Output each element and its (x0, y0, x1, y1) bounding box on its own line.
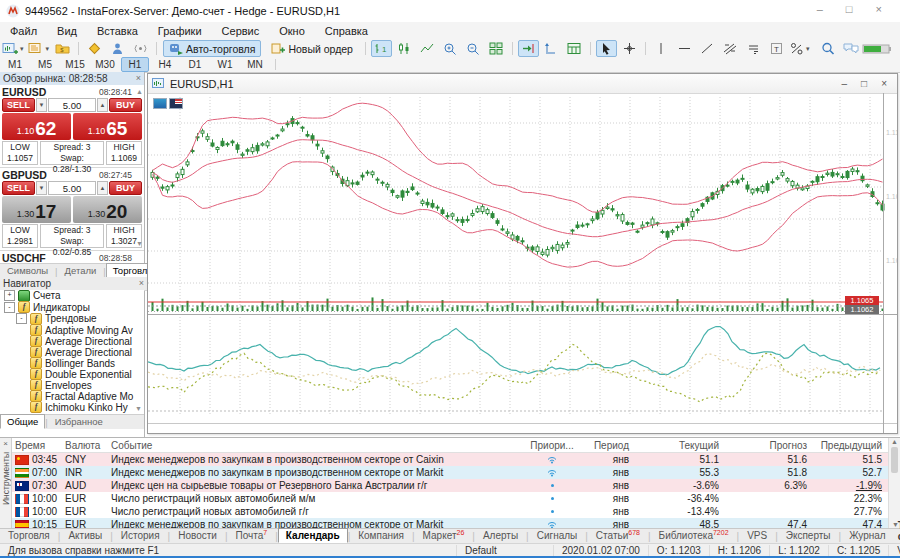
tree-leaf-Fractal-Adaptive-Mo[interactable]: fFractal Adaptive Mo (0, 391, 144, 402)
navigator-tab-Общие[interactable]: Общие (0, 414, 45, 429)
quotes-icon[interactable] (84, 40, 105, 57)
column-header-6[interactable]: Прогноз (722, 440, 810, 451)
depth-of-market-icon[interactable] (107, 40, 128, 57)
chart-minimize-icon[interactable]: – (842, 78, 848, 89)
calendar-row[interactable]: 10:00EURЧисло регистраций новых автомоби… (12, 492, 888, 505)
toolbox-tab-Журнал[interactable]: Журнал (841, 528, 894, 543)
strategy-tester-label[interactable]: Тестер стратегий (894, 519, 900, 543)
new-order-button[interactable]: Новый ордер (265, 40, 359, 57)
toolbox-tab-Активы[interactable]: Активы (60, 528, 110, 543)
bid-price-box[interactable]: 1.3017 (2, 196, 71, 223)
calendar-row[interactable]: 07:30AUDИндекс цен на сырьевые товары от… (12, 479, 888, 492)
bar-chart-mode-icon[interactable]: 1 (371, 40, 392, 57)
horizontal-line-tool-icon[interactable] (674, 40, 695, 57)
timeframe-M5[interactable]: M5 (31, 57, 59, 72)
toolbox-tab-Торговля[interactable]: Торговля (0, 528, 58, 543)
tree-node-Индикаторы[interactable]: -fИндикаторы (0, 302, 144, 314)
navigator-scroll-down-icon[interactable]: ▼ (135, 405, 142, 412)
volume-decrease-stepper[interactable]: ▼ (36, 98, 47, 112)
bid-price-box[interactable]: 1.1062 (2, 113, 71, 140)
profiles-icon[interactable]: ▾ (27, 40, 51, 57)
tree-leaf-Double-Exponential[interactable]: fDouble Exponential (0, 369, 144, 380)
menu-item-Графики[interactable]: Графики (148, 22, 212, 40)
volume-increase-stepper[interactable]: ▲ (97, 98, 108, 112)
sell-button[interactable]: SELL (2, 98, 35, 112)
tree-expand-icon[interactable]: - (4, 302, 15, 313)
shapes-tool-icon[interactable]: ▾ (789, 40, 811, 57)
ask-price-box[interactable]: 1.1065 (73, 113, 142, 140)
window-controls[interactable]: – □ × (817, 3, 892, 15)
navigator-header[interactable]: Навигатор × (0, 277, 147, 291)
chart-shift-icon[interactable] (541, 40, 562, 57)
calendar-row[interactable]: 07:00INRИндекс менеджеров по закупкам в … (12, 466, 888, 479)
column-header-0[interactable]: Время (12, 440, 62, 451)
zoom-out-icon[interactable] (463, 40, 484, 57)
tree-leaf-Bollinger-Bands[interactable]: fBollinger Bands (0, 358, 144, 369)
market-watch-scroll-up-icon[interactable]: ▲ (136, 88, 143, 95)
tree-leaf-Average-Directional[interactable]: fAverage Directional (0, 336, 144, 347)
toolbox-tab-VPS[interactable]: VPS (739, 528, 775, 543)
menu-item-Файл[interactable]: Файл (0, 22, 47, 40)
tree-expand-icon[interactable]: - (16, 313, 27, 324)
chart-close-icon[interactable]: × (881, 78, 887, 89)
ask-price-box[interactable]: 1.3020 (73, 196, 142, 223)
timeframe-M15[interactable]: M15 (61, 57, 89, 72)
market-watch-scroll-down-icon[interactable]: ▼ (136, 240, 143, 247)
toolbox-tab-Новости[interactable]: Новости (170, 528, 225, 543)
auto-scroll-icon[interactable] (518, 40, 539, 57)
column-header-4[interactable]: Период (576, 440, 632, 451)
signals-icon[interactable] (130, 40, 151, 57)
symbol-block-EURUSD[interactable]: EURUSD08:28:41SELL▼5.00▲BUY1.10621.1065L… (0, 85, 144, 168)
menu-item-Справка[interactable]: Справка (315, 22, 378, 40)
market-watch-header[interactable]: Обзор рынка: 08:28:58 × (0, 72, 144, 86)
column-header-2[interactable]: Событие (108, 440, 528, 451)
menu-item-Вставка[interactable]: Вставка (87, 22, 148, 40)
market-watch-close-icon[interactable]: × (136, 72, 141, 85)
timeframe-H4[interactable]: H4 (151, 57, 179, 72)
tree-expand-icon[interactable]: + (4, 290, 15, 301)
search-icon[interactable] (817, 40, 838, 57)
channel-tool-icon[interactable] (743, 40, 764, 57)
volume-decrease-stepper[interactable]: ▼ (36, 181, 47, 195)
market-watch-tab-Символы[interactable]: Символы (0, 263, 55, 278)
volume-input[interactable]: 5.00 (48, 98, 96, 112)
toolbox-close-icon[interactable]: × (0, 438, 11, 450)
toolbox-tab-Маркет[interactable]: Маркет26 (415, 527, 473, 543)
zoom-in-icon[interactable] (440, 40, 461, 57)
trendline-tool-icon[interactable] (697, 40, 718, 57)
cursor-icon[interactable] (596, 40, 617, 57)
timeframe-MN[interactable]: MN (241, 57, 269, 72)
symbol-block-GBPUSD[interactable]: GBPUSD08:27:45SELL▼5.00▲BUY1.30171.3020L… (0, 168, 144, 251)
vertical-line-tool-icon[interactable] (651, 40, 672, 57)
column-header-3[interactable]: Приори... (528, 440, 576, 451)
tree-leaf-Ichimoku-Kinko-Hy[interactable]: fIchimoku Kinko Hy (0, 402, 144, 413)
toolbox-tab-История[interactable]: История (113, 528, 168, 543)
chat-icon[interactable] (840, 40, 861, 57)
column-header-1[interactable]: Валюта (62, 440, 108, 451)
timeframe-H1[interactable]: H1 (121, 57, 149, 72)
calendar-row[interactable]: 03:45CNYИндекс менеджеров по закупкам в … (12, 453, 888, 466)
buy-button[interactable]: BUY (109, 98, 142, 112)
fibonacci-tool-icon[interactable] (720, 40, 741, 57)
timeframe-M30[interactable]: M30 (91, 57, 119, 72)
auto-trading-button[interactable]: Авто-торговля (163, 40, 261, 57)
market-watch-tab-Детали[interactable]: Детали (58, 263, 104, 278)
column-header-5[interactable]: Текущий (632, 440, 722, 451)
tree-leaf-Average-Directional[interactable]: fAverage Directional (0, 347, 144, 358)
volume-increase-stepper[interactable]: ▲ (97, 181, 108, 195)
navigator-tab-Избранное[interactable]: Избранное (48, 414, 110, 429)
menu-item-Сервис[interactable]: Сервис (212, 22, 270, 40)
navigator-close-icon[interactable]: × (139, 277, 144, 290)
text-tool-icon[interactable]: T (766, 40, 787, 57)
menu-item-Окно[interactable]: Окно (269, 22, 315, 40)
chart-plot[interactable]: 1.11251.10851.1045 (148, 93, 897, 433)
timeframe-M1[interactable]: M1 (1, 57, 29, 72)
tree-node-Счета[interactable]: +Счета (0, 290, 144, 302)
toolbox-tab-Календарь[interactable]: Календарь (278, 528, 348, 543)
new-chart-icon[interactable]: ▾ (1, 40, 25, 57)
toolbox-tab-Эксперты[interactable]: Эксперты (778, 528, 839, 543)
tree-node-Трендовые[interactable]: -fТрендовые (0, 313, 144, 325)
timeframe-W1[interactable]: W1 (211, 57, 239, 72)
toolbox-tab-Сигналы[interactable]: Сигналы (529, 528, 586, 543)
timeframe-D1[interactable]: D1 (181, 57, 209, 72)
